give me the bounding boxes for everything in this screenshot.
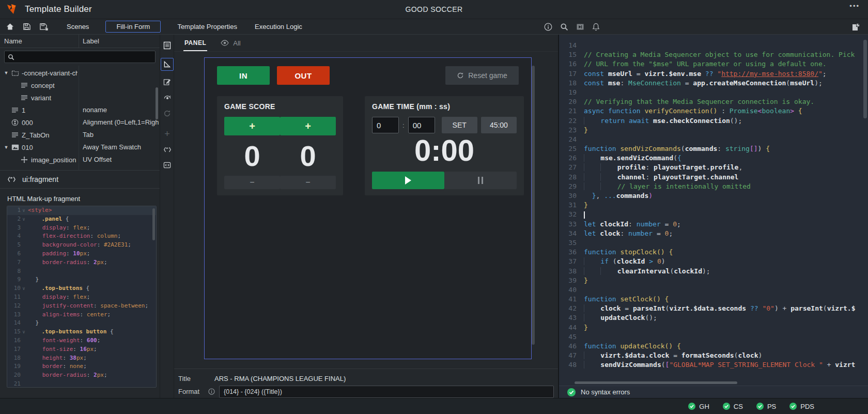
code-line[interactable]: 17 font-size: 16px;	[7, 345, 156, 354]
tree-row[interactable]: variant	[0, 91, 160, 104]
code-line[interactable]: 48 sendVizCommands(["GLOBAL*MAP SET_STRI…	[559, 360, 868, 370]
code-line[interactable]: 41function setClock() {	[559, 295, 868, 304]
save-icon[interactable]	[23, 23, 30, 30]
save-as-icon[interactable]	[39, 23, 48, 30]
code-line[interactable]: 1∨<style>	[7, 206, 156, 215]
search-icon[interactable]	[560, 23, 568, 31]
add-icon[interactable]: +	[161, 128, 174, 141]
nav-fill-in-form[interactable]: Fill-in Form	[105, 21, 161, 33]
code-line[interactable]: 3 display: flex;	[7, 224, 156, 233]
code-line[interactable]: 15∨ .top-buttons button {	[7, 328, 156, 336]
home-score-minus-button[interactable]: −	[224, 176, 280, 189]
nav-template-properties[interactable]: Template Properties	[176, 21, 238, 33]
code-line[interactable]: 35	[559, 238, 868, 248]
code-view-icon[interactable]	[161, 159, 174, 172]
preview-icon[interactable]	[161, 91, 174, 104]
code-line[interactable]: 17const mseUrl = vizrt.$env.mse ?? "http…	[559, 69, 868, 79]
code-line[interactable]: 26 mse.sendVizCommand({	[559, 154, 868, 163]
open-new-window-icon[interactable]	[851, 22, 861, 32]
fragment-editor-scrollbar[interactable]	[152, 208, 155, 240]
fold-caret-icon[interactable]: ∨	[21, 284, 27, 293]
info-icon[interactable]	[544, 23, 552, 31]
code-line[interactable]: 16// URL from the "$mse" URL parameter o…	[559, 59, 868, 69]
code-line[interactable]: 38 clearInterval(clockId);	[559, 267, 868, 276]
code-line[interactable]: 21async function verifyConnection() : Pr…	[559, 106, 868, 116]
form-panel-icon[interactable]	[161, 39, 174, 52]
search-input[interactable]	[18, 53, 152, 60]
code-line[interactable]: 25function sendVizCommands(commands: str…	[559, 144, 868, 154]
play-clock-button[interactable]	[372, 172, 444, 189]
expand-caret-icon[interactable]: ▼	[2, 70, 10, 75]
code-line[interactable]: 20 border-radius: 2px;	[7, 371, 156, 380]
away-score-minus-button[interactable]: −	[280, 176, 336, 189]
format-info-icon[interactable]	[208, 388, 215, 395]
in-button[interactable]: IN	[217, 66, 270, 85]
code-line[interactable]: 27 profile: playoutTarget.profile,	[559, 163, 868, 172]
code-line[interactable]: 14 }	[7, 319, 156, 328]
tree-row[interactable]: image_positionUV Offset	[0, 154, 160, 166]
away-score-plus-button[interactable]: +	[280, 117, 336, 135]
tree-row[interactable]: 000Alignment (0=Left,1=Right	[0, 116, 160, 129]
seconds-input[interactable]	[408, 117, 435, 133]
code-line[interactable]: 42 clock = parseInt(vizrt.$data.seconds …	[559, 304, 868, 313]
fold-caret-icon[interactable]: ∨	[21, 215, 27, 224]
code-line[interactable]: 46function updateClock() {	[559, 342, 868, 351]
code-line[interactable]: 44}	[559, 323, 868, 332]
tree-row[interactable]: ▼010Away Team Swatch	[0, 141, 160, 154]
expand-caret-icon[interactable]: ▼	[2, 145, 10, 150]
code-line[interactable]: 8	[7, 267, 156, 276]
tree-row[interactable]: concept	[0, 79, 160, 91]
select-tool-icon[interactable]	[161, 58, 174, 71]
code-line[interactable]: 2∨ .panel {	[7, 215, 156, 224]
fold-caret-icon[interactable]: ∨	[21, 328, 27, 336]
code-line[interactable]: 21	[7, 380, 156, 388]
code-line[interactable]: 31}	[559, 201, 868, 210]
console-icon[interactable]	[576, 23, 584, 31]
code-line[interactable]: 9 }	[7, 275, 156, 284]
code-line[interactable]: 20// Verifying that the Media Sequencer …	[559, 97, 868, 106]
nav-execution-logic[interactable]: Execution Logic	[254, 21, 303, 33]
code-line[interactable]: 37 if (clockId > 0)	[559, 257, 868, 266]
script-editor[interactable]: 1415// Creating a Media Sequencer object…	[559, 35, 868, 380]
code-line[interactable]: 16 font-weight: 600;	[7, 336, 156, 345]
code-line[interactable]: 39}	[559, 276, 868, 285]
code-line[interactable]: 33let clockId: number = 0;	[559, 220, 868, 229]
tree-row[interactable]: Z_TabOnTab	[0, 129, 160, 141]
editor-horizontal-scrollbar[interactable]	[559, 380, 868, 386]
code-line[interactable]: 47 vizrt.$data.clock = formatSeconds(clo…	[559, 351, 868, 360]
code-line[interactable]: 30 }, ...commands)	[559, 191, 868, 201]
status-indicator-gh[interactable]: GH	[688, 403, 709, 410]
code-line[interactable]: 22 return await mse.checkConnection();	[559, 116, 868, 126]
fragment-code-editor[interactable]: 1∨<style>2∨ .panel {3 display: flex;4 fl…	[7, 206, 157, 388]
tree-row[interactable]: ▼-concept-variant-cho	[0, 67, 160, 79]
minutes-input[interactable]	[372, 117, 399, 133]
bell-icon[interactable]	[592, 23, 600, 31]
code-line[interactable]: 15// Creating a Media Sequencer object t…	[559, 50, 868, 59]
set-time-button[interactable]: SET	[442, 117, 477, 133]
fragment-tool-icon[interactable]	[161, 143, 174, 156]
code-line[interactable]: 5 background-color: #2A2E31;	[7, 241, 156, 250]
format-input[interactable]	[219, 386, 554, 398]
edit-form-icon[interactable]	[161, 75, 174, 88]
status-indicator-ps[interactable]: PS	[756, 403, 776, 410]
overflow-menu-icon[interactable]: •••	[849, 2, 860, 10]
code-line[interactable]: 34let clock: number = 0;	[559, 229, 868, 238]
code-line[interactable]: 14	[559, 41, 868, 50]
reset-game-button[interactable]: Reset game	[445, 66, 519, 85]
status-indicator-pds[interactable]: PDS	[789, 403, 814, 410]
code-line[interactable]: 4 flex-direction: column;	[7, 232, 156, 241]
fold-caret-icon[interactable]: ∨	[21, 206, 27, 215]
tab-panel[interactable]: PANEL	[183, 35, 207, 51]
code-line[interactable]: 32	[559, 210, 868, 219]
refresh-icon[interactable]	[161, 107, 174, 120]
code-line[interactable]: 11 display: flex;	[7, 293, 156, 302]
code-line[interactable]: 28 channel: playoutTarget.channel	[559, 173, 868, 182]
code-line[interactable]: 24	[559, 135, 868, 144]
code-line[interactable]: 19 border: none;	[7, 362, 156, 371]
editor-hscroll-thumb[interactable]	[575, 381, 737, 384]
code-line[interactable]: 7 border-radius: 2px;	[7, 258, 156, 267]
code-line[interactable]: 36function stopClock() {	[559, 248, 868, 257]
code-line[interactable]: 43 updateClock();	[559, 313, 868, 323]
code-line[interactable]: 13 align-items: center;	[7, 311, 156, 319]
editor-vertical-scrollbar[interactable]	[863, 40, 867, 118]
